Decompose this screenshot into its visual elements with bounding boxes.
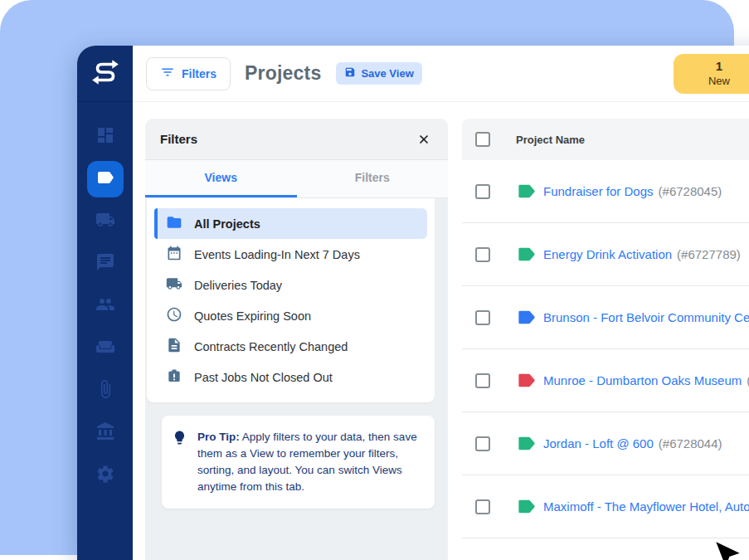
folder-icon [166,214,182,233]
row-checkbox[interactable] [475,373,490,388]
project-id: (#6728044) [659,436,722,450]
pro-tip-card: Pro Tip: Apply filters to your data, the… [162,416,435,509]
project-name-link[interactable]: Energy Drink Activation [543,247,672,261]
view-item-events-loading-in[interactable]: Events Loading-In Next 7 Days [154,239,427,270]
tag-icon [95,168,115,191]
save-icon [344,66,356,80]
calendar-icon [166,245,182,264]
view-item-past-jobs[interactable]: Past Jobs Not Closed Out [154,362,427,392]
project-name-link[interactable]: Maximoff - The Mayflower Hotel, Auto [543,499,749,514]
lightbulb-icon [172,429,187,495]
tab-filters[interactable]: Filters [297,160,449,197]
view-item-label: Past Jobs Not Closed Out [194,371,333,384]
sidebar-item-finance[interactable] [87,415,124,451]
filter-panel-title: Filters [160,132,197,146]
projects-table: Project Name Fundraiser for Dogs (#67280… [462,119,749,560]
tab-views[interactable]: Views [145,160,297,197]
filters-button-label: Filters [182,67,216,80]
table-row[interactable]: Maximoff - The Mayflower Hotel, Auto [462,475,749,538]
filter-panel: Filters Views Filters All Projects [145,119,448,560]
sidebar-item-contacts[interactable] [87,288,124,324]
truck-icon [95,210,115,233]
mouse-cursor [713,539,747,560]
sidebar-item-attachments[interactable] [87,373,124,409]
row-checkbox[interactable] [475,499,490,514]
view-item-label: All Projects [194,217,260,231]
table-header-row: Project Name [462,119,749,160]
view-item-label: Contracts Recently Changed [194,340,348,353]
project-name-link[interactable]: Jordan - Loft @ 600 [543,436,654,450]
clock-icon [166,306,182,325]
row-checkbox[interactable] [475,247,490,262]
view-item-label: Quotes Expiring Soon [194,309,311,323]
project-name-link[interactable]: Munroe - Dumbarton Oaks Museum [543,373,742,387]
main-area: Filters Projects Save View 1 New Filters [133,46,749,560]
tag-icon [518,246,536,262]
project-id: (#6728045) [659,184,722,198]
s-swap-arrows-logo-icon [90,56,121,91]
row-checkbox[interactable] [475,310,490,325]
tag-icon [518,183,536,199]
users-icon [95,295,115,318]
table-row-partial [462,538,749,555]
filter-panel-tabs: Views Filters [145,160,448,198]
view-item-deliveries-today[interactable]: Deliveries Today [154,270,427,300]
table-row[interactable]: Jordan - Loft @ 600 (#6728044) [462,412,749,475]
app-logo[interactable] [77,46,133,102]
project-name-link[interactable]: Fundraiser for Dogs [543,184,654,198]
tag-icon [518,309,536,325]
sidebar-item-messages[interactable] [87,246,124,282]
project-name-link[interactable]: Brunson - Fort Belvoir Community Cent [543,310,749,324]
view-item-label: Deliveries Today [194,279,282,292]
pro-tip-bold: Pro Tip: [197,431,240,443]
sidebar-item-inventory[interactable] [87,330,124,367]
sidebar-item-dashboard[interactable] [87,119,124,155]
page-title: Projects [245,62,321,85]
filter-icon [160,65,175,82]
table-row[interactable]: Brunson - Fort Belvoir Community Cent [462,286,749,349]
bank-icon [95,421,115,445]
table-row[interactable]: Munroe - Dumbarton Oaks Museum (#6 [462,349,749,412]
couch-icon [95,337,115,360]
row-checkbox[interactable] [475,184,490,199]
row-checkbox[interactable] [475,436,490,451]
views-list: All Projects Events Loading-In Next 7 Da… [147,198,435,402]
column-header-project-name: Project Name [516,134,585,146]
save-view-button[interactable]: Save View [336,62,421,85]
document-icon [166,337,182,356]
project-id: (#6727789) [677,247,741,261]
alert-box-icon [166,368,182,387]
table-row[interactable]: Energy Drink Activation (#6727789) [462,223,749,286]
sidebar-item-deliveries[interactable] [87,203,124,240]
paperclip-icon [95,379,115,402]
filters-button[interactable]: Filters [146,57,231,90]
select-all-checkbox[interactable] [475,132,490,147]
tag-icon [518,499,536,514]
tag-icon [518,373,536,388]
filter-panel-header: Filters [145,119,448,160]
sidebar-item-projects[interactable] [87,161,124,197]
dashboard-icon [95,125,115,149]
new-items-badge[interactable]: 1 New [674,54,749,94]
table-row[interactable]: Fundraiser for Dogs (#6728045) [462,160,749,223]
new-badge-count: 1 [716,59,722,75]
app-window: Filters Projects Save View 1 New Filters [77,46,749,560]
close-icon[interactable] [415,130,433,149]
save-view-label: Save View [361,67,413,80]
sidebar-nav [87,102,124,494]
truck-icon [166,275,182,295]
sidebar [77,46,133,560]
view-item-quotes-expiring[interactable]: Quotes Expiring Soon [154,300,427,331]
top-header: Filters Projects Save View 1 New [133,46,749,102]
gear-icon [95,464,115,487]
tag-icon [518,436,536,451]
content-area: Filters Views Filters All Projects [133,102,749,560]
screenshot-canvas: Filters Projects Save View 1 New Filters [0,0,749,560]
sidebar-item-settings[interactable] [87,457,124,494]
view-item-contracts-changed[interactable]: Contracts Recently Changed [154,331,427,362]
view-item-label: Events Loading-In Next 7 Days [194,248,360,261]
new-badge-label: New [708,75,730,88]
view-item-all-projects[interactable]: All Projects [154,208,427,239]
pro-tip-text: Pro Tip: Apply filters to your data, the… [197,429,423,495]
chat-icon [95,252,115,275]
